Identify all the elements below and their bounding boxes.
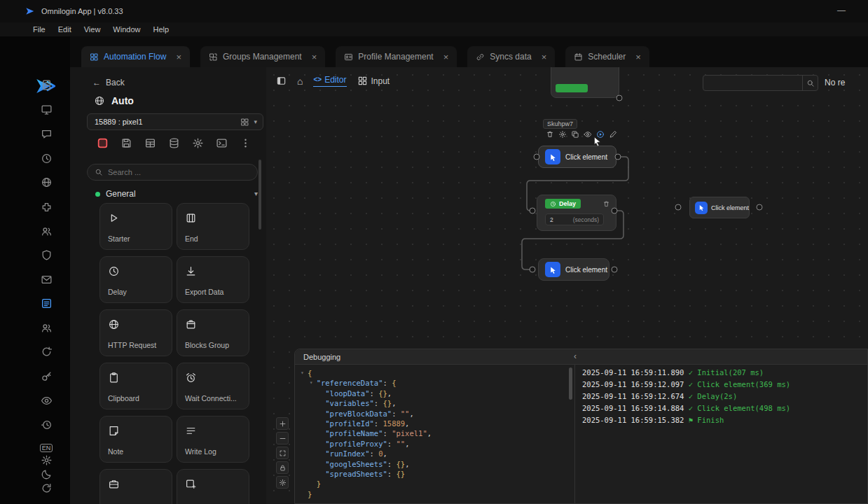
block-delay[interactable]: Delay [99, 256, 172, 303]
menu-file[interactable]: File [27, 25, 52, 34]
minimize-button[interactable]: — [837, 6, 846, 15]
tab-close-icon[interactable]: × [176, 52, 181, 62]
tab-scheduler[interactable]: Scheduler× [565, 46, 649, 67]
canvas-search-input[interactable] [703, 79, 802, 88]
database-icon[interactable] [168, 137, 180, 149]
screens-icon[interactable] [40, 103, 53, 115]
status-icon[interactable] [40, 152, 53, 164]
canvas-settings-button[interactable] [276, 476, 289, 489]
block-wait-connection[interactable]: Wait Connecti... [177, 363, 249, 410]
table-icon[interactable] [144, 137, 156, 149]
team-icon[interactable] [40, 321, 53, 334]
contacts-icon[interactable] [40, 225, 53, 237]
visibility-icon[interactable] [584, 130, 592, 139]
node-partial-top[interactable] [551, 67, 619, 98]
menu-view[interactable]: View [78, 25, 107, 34]
blocks-search-input[interactable] [108, 168, 250, 176]
tab-profile-management[interactable]: Profile Management× [336, 46, 457, 67]
fit-view-button[interactable] [276, 447, 289, 459]
port-click2-out[interactable] [757, 204, 763, 211]
tab-close-icon[interactable]: × [635, 52, 641, 62]
menu-window[interactable]: Window [106, 25, 146, 34]
delete-icon[interactable] [546, 130, 554, 139]
port-top-out[interactable] [616, 95, 623, 102]
debug-log-view[interactable]: 2025-09-11 16:59:11.890 ✓ Initial(207 ms… [575, 365, 867, 503]
duplicate-icon[interactable] [571, 130, 579, 139]
lock-button[interactable] [276, 461, 289, 474]
port-click1-in[interactable] [534, 154, 540, 160]
home-icon[interactable]: ⌂ [297, 76, 303, 86]
port-click2-in[interactable] [675, 204, 682, 211]
block-note[interactable]: Note [99, 416, 172, 463]
profile-grid-icon[interactable] [240, 118, 249, 127]
blocks-search[interactable] [87, 164, 258, 181]
block-blocks-group[interactable]: Blocks Group [177, 309, 249, 356]
canvas-search[interactable] [703, 75, 818, 91]
input-view-link[interactable]: Input [357, 76, 390, 86]
zoom-out-button[interactable] [276, 432, 289, 444]
network-icon[interactable] [40, 176, 53, 188]
block-write-log[interactable]: Write Log [177, 416, 249, 463]
node-click-element-1[interactable]: Click element [538, 146, 616, 168]
port-delay-in[interactable] [530, 208, 536, 214]
node-click-element-2[interactable]: Click element [689, 197, 750, 218]
palette-scrollbar[interactable] [259, 160, 261, 230]
more-menu-icon[interactable] [240, 137, 252, 149]
node-delay[interactable]: Delay 2 (seconds) [537, 195, 616, 231]
block-http-request[interactable]: HTTP Request [99, 309, 172, 356]
edit-icon[interactable] [609, 130, 617, 139]
port-click3-in[interactable] [530, 267, 536, 273]
zoom-in-button[interactable] [276, 417, 289, 430]
security-icon[interactable] [40, 248, 53, 261]
sync-icon[interactable] [40, 345, 53, 358]
language-badge[interactable]: EN [40, 442, 53, 454]
mail-icon[interactable] [40, 273, 53, 286]
node-click-element-3[interactable]: Click element [538, 258, 609, 281]
port-click1-out[interactable] [615, 154, 621, 160]
debug-header[interactable]: Debugging [295, 349, 867, 365]
record-stop-button[interactable] [97, 137, 109, 149]
profile-select[interactable]: 15889 : pixel1 ▾ [87, 113, 263, 130]
settings-icon[interactable] [40, 454, 53, 466]
debug-collapse-icon[interactable]: ‹ [574, 352, 577, 360]
theme-icon[interactable] [40, 468, 53, 480]
search-button[interactable] [802, 76, 818, 90]
chevron-down-icon[interactable]: ▾ [254, 190, 258, 197]
menu-help[interactable]: Help [146, 25, 175, 34]
back-button[interactable]: ← Back [92, 78, 125, 88]
block-export-data[interactable]: Export Data [177, 256, 249, 303]
tab-automation-flow[interactable]: Automation Flow× [81, 46, 190, 67]
section-general[interactable]: General ▾ [95, 189, 258, 199]
flow-canvas[interactable]: ⌂ < > Editor Input No re [266, 67, 868, 504]
refresh-icon[interactable] [40, 482, 53, 494]
settings-icon[interactable] [558, 130, 567, 139]
save-icon[interactable] [120, 137, 132, 149]
block-clipboard[interactable]: Clipboard [99, 363, 172, 410]
history-icon[interactable] [40, 418, 53, 430]
tab-close-icon[interactable]: × [542, 52, 547, 62]
tab-groups-management[interactable]: Groups Management× [200, 46, 325, 67]
delete-node-icon[interactable] [602, 200, 610, 208]
settings-icon[interactable] [192, 137, 204, 149]
delay-seconds-input[interactable]: 2 (seconds) [545, 214, 604, 225]
files-icon[interactable] [40, 78, 53, 91]
json-scrollbar[interactable] [569, 368, 572, 400]
messages-icon[interactable] [40, 127, 53, 140]
port-delay-out[interactable] [612, 208, 618, 214]
block-end[interactable]: End [177, 203, 249, 250]
automation-icon[interactable] [40, 297, 53, 309]
menu-edit[interactable]: Edit [52, 25, 78, 34]
port-click3-out[interactable] [612, 267, 618, 273]
debug-json-view[interactable]: ▾{ ▾"referenceData": { "loopData": {}, "… [295, 365, 575, 503]
tab-close-icon[interactable]: × [443, 52, 449, 62]
block-partial-2[interactable] [177, 469, 249, 504]
keys-icon[interactable] [40, 370, 53, 382]
tab-syncs-data[interactable]: Syncs data× [467, 46, 555, 67]
terminal-icon[interactable] [216, 137, 228, 149]
panel-toggle-icon[interactable] [276, 76, 287, 86]
extensions-icon[interactable] [40, 200, 53, 213]
editor-view-link[interactable]: < > Editor [313, 75, 346, 87]
block-partial-1[interactable] [99, 469, 172, 504]
tab-close-icon[interactable]: × [312, 52, 317, 62]
watch-icon[interactable] [40, 394, 53, 407]
